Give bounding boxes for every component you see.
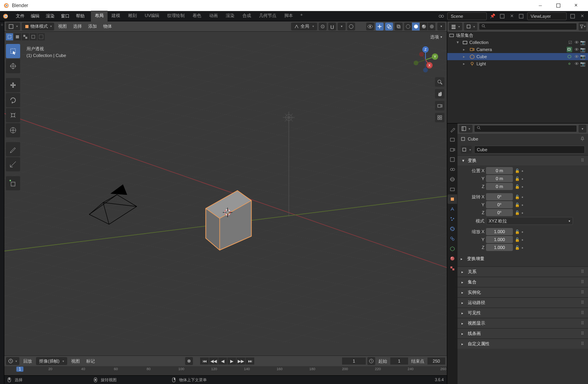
shade-rendered[interactable] [428, 23, 436, 30]
visibility-button[interactable] [366, 23, 374, 30]
prop-tab-tool[interactable] [448, 125, 457, 135]
anim-dot[interactable]: • [522, 211, 526, 215]
vp-menu-view[interactable]: 视图 [56, 22, 69, 30]
rot-y-input[interactable] [486, 201, 513, 208]
snap-button[interactable] [328, 23, 336, 30]
tl-current-frame[interactable] [342, 357, 366, 365]
panel-relations[interactable]: ▸关系⠿ [458, 267, 588, 277]
pin-icon[interactable]: 📌 [489, 13, 496, 20]
new-layer-icon[interactable] [569, 13, 576, 20]
eye-icon[interactable]: 👁 [574, 47, 579, 52]
anim-dot[interactable]: • [522, 203, 526, 207]
prop-tab-output[interactable] [448, 145, 457, 154]
vp-menu-add[interactable]: 添加 [86, 22, 99, 30]
pin-icon[interactable] [580, 136, 585, 142]
ws-tab-sculpt[interactable]: 雕刻 [124, 11, 141, 21]
loc-z-input[interactable] [486, 183, 513, 190]
tl-end-frame[interactable] [427, 357, 445, 365]
panel-instancing[interactable]: ▸实例化⠿ [458, 287, 588, 297]
tool-cursor[interactable] [6, 59, 20, 73]
shading-options-button[interactable]: ▾ [437, 23, 445, 30]
ws-tab-layout[interactable]: 布局 [91, 11, 108, 21]
ws-tab-composite[interactable]: 合成 [238, 11, 255, 21]
lock-icon[interactable]: 🔓 [514, 237, 520, 242]
rot-z-input[interactable] [486, 209, 513, 216]
outliner-filter-button[interactable]: ▾ [579, 23, 586, 30]
new-scene-icon[interactable] [499, 13, 506, 20]
scale-z-input[interactable] [486, 244, 513, 251]
outliner-search[interactable] [479, 23, 577, 30]
tl-marker-menu[interactable]: 标记 [84, 357, 97, 365]
select-mode-3[interactable] [22, 33, 29, 40]
pan-button[interactable] [435, 89, 444, 99]
scale-x-input[interactable] [486, 228, 513, 235]
panel-transform-header[interactable]: ▼ 变换 ⠿ [458, 156, 588, 165]
proportional-edit-button[interactable] [347, 23, 355, 30]
tool-rotate[interactable] [6, 93, 20, 107]
props-editor-type[interactable]: ▾ [459, 125, 473, 133]
outliner-scene-collection[interactable]: 场景集合 [447, 32, 588, 39]
expand-arrow-icon[interactable]: ▸ [463, 55, 468, 59]
timeline-ruler[interactable]: 1 120406080100120140160180200220240260 [4, 366, 447, 375]
viewport-options-button[interactable]: 选项 ▾ [427, 33, 445, 41]
panel-viewport-display[interactable]: ▸视图显示⠿ [458, 318, 588, 328]
anim-dot[interactable]: • [522, 230, 526, 234]
mode-selector[interactable]: 物体模式 ▾ [22, 23, 54, 30]
checkbox-icon[interactable]: ☑ [567, 40, 573, 45]
eye-icon[interactable]: 👁 [574, 54, 579, 59]
scene-name-input[interactable] [447, 12, 487, 20]
ws-tab-modeling[interactable]: 建模 [108, 11, 124, 21]
select-mode-5[interactable] [38, 33, 45, 40]
anim-dot[interactable]: • [522, 238, 526, 241]
prop-tab-world[interactable] [448, 175, 457, 184]
eye-icon[interactable]: 👁 [574, 40, 579, 45]
scale-y-input[interactable] [486, 236, 513, 243]
menu-window[interactable]: 窗口 [58, 11, 73, 21]
tl-play-reverse[interactable]: ◀ [218, 357, 227, 365]
tool-transform[interactable] [6, 123, 20, 137]
outliner-item-cube[interactable]: ▸ Cube 👁📷 [447, 53, 588, 60]
outliner-item-light[interactable]: ▸ Light 👁📷 [447, 60, 588, 67]
camera-restrict-icon[interactable]: 📷 [580, 47, 586, 52]
tl-playback-menu[interactable]: 回放 [21, 357, 34, 365]
outliner-item-camera[interactable]: ▸ Camera 👁📷 [447, 46, 588, 53]
tl-next-key[interactable]: ▶▶ [236, 357, 245, 365]
select-mode-2[interactable] [14, 33, 21, 40]
shade-wireframe[interactable] [404, 23, 412, 30]
lock-icon[interactable]: 🔓 [514, 194, 520, 200]
lock-icon[interactable]: 🔓 [514, 229, 520, 234]
ws-add-button[interactable]: + [297, 11, 306, 21]
prop-tab-texture[interactable] [448, 264, 457, 273]
menu-edit[interactable]: 编辑 [28, 11, 43, 21]
prop-tab-scene[interactable] [448, 165, 457, 174]
anim-dot[interactable]: • [522, 169, 526, 173]
prop-tab-viewlayer[interactable] [448, 155, 457, 164]
tool-add-cube[interactable] [6, 176, 20, 190]
ws-tab-geonodes[interactable]: 几何节点 [255, 11, 280, 21]
panel-collections[interactable]: ▸集合⠿ [458, 277, 588, 287]
outliner-display-mode[interactable]: ▾ [464, 23, 477, 30]
object-icon-selector[interactable]: ▾ [461, 146, 472, 154]
tl-view-menu[interactable]: 视图 [69, 357, 82, 365]
loc-x-input[interactable] [486, 167, 513, 174]
prop-tab-render[interactable] [448, 135, 457, 144]
tool-scale[interactable] [6, 108, 20, 122]
minimize-button[interactable]: ─ [531, 0, 549, 11]
lock-icon[interactable]: 🔓 [514, 184, 520, 189]
app-menu-icon[interactable] [2, 12, 9, 20]
editor-type-selector[interactable]: ▾ [6, 23, 20, 30]
panel-motion-paths[interactable]: ▸运动路径⠿ [458, 298, 588, 308]
shade-solid[interactable] [412, 23, 420, 30]
delta-transform-header[interactable]: ▸变换增量 [461, 254, 585, 263]
vp-menu-object[interactable]: 物体 [101, 22, 114, 30]
props-options-button[interactable]: ▾ [579, 125, 586, 133]
panel-visibility[interactable]: ▸可见性⠿ [458, 308, 588, 318]
vp-menu-select[interactable]: 选择 [71, 22, 84, 30]
shade-material[interactable] [420, 23, 428, 30]
lock-icon[interactable]: 🔓 [514, 168, 520, 173]
tl-start-frame[interactable] [390, 357, 408, 365]
prop-tab-object[interactable] [448, 194, 457, 204]
tl-jump-end[interactable]: ⏭ [246, 357, 254, 365]
prop-tab-constraints[interactable] [448, 234, 457, 243]
prop-tab-modifiers[interactable] [448, 204, 457, 214]
